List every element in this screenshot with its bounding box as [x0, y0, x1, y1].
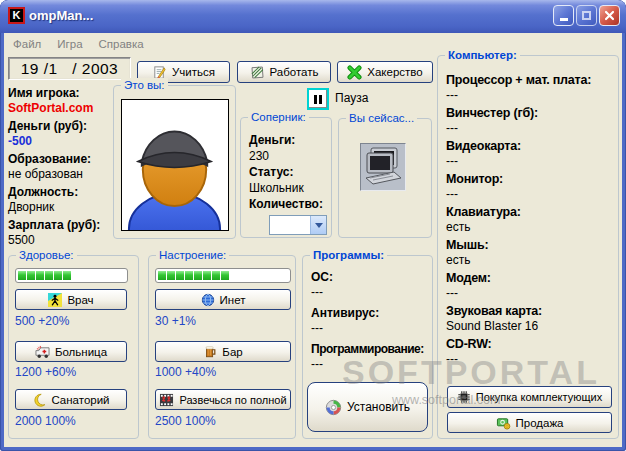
opponent-box-title: Соперник: — [248, 110, 309, 124]
work-label: Работать — [270, 66, 319, 78]
pause-icon — [314, 95, 317, 104]
cdrw-value: --- — [446, 352, 614, 366]
work-button[interactable]: Работать — [237, 61, 331, 83]
you-box: Это вы: — [113, 85, 236, 239]
player-job-label: Должность: — [8, 185, 116, 200]
programs-title: Программы: — [310, 248, 387, 262]
os-value: --- — [311, 285, 432, 300]
doctor-icon — [48, 293, 62, 307]
health-progress-bar — [15, 268, 128, 283]
cd-icon — [325, 399, 342, 416]
player-education-label: Образование: — [8, 152, 116, 167]
doctor-button[interactable]: Врач — [15, 289, 127, 310]
chevron-down-icon — [315, 223, 323, 228]
pause-button[interactable] — [307, 88, 329, 110]
maximize-button[interactable] — [576, 5, 597, 26]
programming-label: Программирование: — [311, 342, 432, 357]
menu-game[interactable]: Игра — [57, 38, 82, 50]
maximize-icon — [582, 11, 591, 20]
hospital-icon — [35, 345, 50, 359]
internet-button[interactable]: Инет — [155, 289, 291, 310]
hdd-value: --- — [446, 121, 614, 135]
gpu-value: --- — [446, 154, 614, 168]
programming-value: --- — [311, 357, 432, 372]
bar-label: Бар — [222, 346, 242, 358]
now-box-title: Вы сейсас... — [346, 111, 417, 125]
buy-parts-label: Покупка комплектующих — [476, 391, 602, 403]
player-salary-label: Зарплата (руб): — [8, 218, 116, 233]
player-job-value: Дворник — [8, 200, 116, 215]
moon-icon — [32, 393, 46, 407]
mouse-value: есть — [446, 253, 614, 267]
party-button[interactable]: Развечься по полной — [155, 389, 291, 410]
player-salary-value: 5500 — [8, 233, 116, 248]
date-panel: 19 /1 / 2003 — [8, 57, 131, 80]
close-button[interactable] — [599, 5, 620, 26]
buy-parts-button[interactable]: Покупка комплектующих — [447, 386, 612, 408]
title-bar[interactable]: K ompMan... — [0, 0, 626, 33]
minimize-icon — [560, 18, 568, 21]
money-icon — [496, 416, 511, 430]
player-info-panel: Имя игрока: SoftPortal.com Деньги (руб):… — [8, 86, 116, 251]
hacking-button[interactable]: Хакерство — [337, 61, 433, 83]
close-icon — [604, 10, 615, 21]
opponent-count-select[interactable] — [269, 215, 327, 235]
client-area: Файл Игра Справка 19 /1 / 2003 Учиться Р… — [4, 33, 622, 447]
keyboard-value: есть — [446, 220, 614, 234]
antivirus-label: Антивирус: — [311, 306, 432, 321]
mood-progress-bar — [155, 268, 291, 283]
sell-button[interactable]: Продажа — [447, 412, 612, 433]
modem-value: --- — [446, 286, 614, 300]
computer-icon — [361, 144, 405, 190]
install-label: Установить — [347, 400, 410, 414]
opponent-status-label: Статус: — [249, 164, 331, 180]
bar-button[interactable]: Бар — [155, 341, 291, 362]
date-text: 19 /1 / 2003 — [21, 60, 119, 78]
player-name-label: Имя игрока: — [8, 86, 116, 101]
gpu-label: Видеокарта: — [446, 138, 614, 154]
soundcard-label: Звуковая карта: — [446, 303, 614, 319]
sanatorium-cost: 2000 100% — [15, 414, 76, 428]
doctor-cost: 500 +20% — [15, 314, 69, 328]
work-icon — [250, 65, 265, 80]
window-controls — [553, 5, 620, 26]
health-box: Здоровье: Врач 500 +20% Бо — [8, 255, 139, 439]
menu-bar: Файл Игра Справка — [4, 33, 622, 55]
combo-dropdown-button[interactable] — [310, 216, 326, 234]
soundcard-value: Sound Blaster 16 — [446, 319, 614, 333]
os-label: ОС: — [311, 270, 432, 285]
player-money-value: -500 — [8, 134, 116, 149]
bar-cost: 1000 +40% — [155, 365, 216, 379]
window-title: ompMan... — [29, 8, 553, 23]
minimize-button[interactable] — [553, 5, 574, 26]
monitor-value: --- — [446, 187, 614, 201]
sanatorium-label: Санаторий — [51, 394, 109, 406]
antivirus-value: --- — [311, 321, 432, 336]
study-label: Учиться — [172, 66, 215, 78]
hacking-icon — [347, 65, 362, 80]
menu-file[interactable]: Файл — [13, 38, 41, 50]
computer-spec-list: Процессор + мат. плата: --- Винчестер (г… — [446, 72, 614, 369]
sanatorium-button[interactable]: Санаторий — [15, 389, 127, 410]
keyboard-label: Клавиатура: — [446, 204, 614, 220]
hdd-label: Винчестер (гб): — [446, 105, 614, 121]
cpu-value: --- — [446, 88, 614, 102]
mood-box: Настроение: Инет 30 +1% Бар — [148, 255, 296, 439]
doctor-label: Врач — [67, 294, 93, 306]
hacking-label: Хакерство — [367, 66, 422, 78]
mouse-label: Мышь: — [446, 237, 614, 253]
sell-label: Продажа — [516, 417, 564, 429]
install-button[interactable]: Установить — [307, 382, 428, 432]
hospital-button[interactable]: Больница — [15, 341, 127, 362]
pause-label: Пауза — [335, 91, 368, 105]
current-activity-image — [360, 143, 406, 191]
opponent-count-label: Количество: — [249, 196, 331, 212]
party-label: Развечься по полной — [179, 394, 286, 406]
menu-help[interactable]: Справка — [99, 38, 144, 50]
computer-title: Компьютер: — [445, 48, 520, 62]
cdrw-label: CD-RW: — [446, 336, 614, 352]
now-box: Вы сейсас... — [338, 118, 432, 238]
opponent-box: Соперник: Деньги: 230 Статус: Школьник К… — [240, 117, 332, 238]
app-icon: K — [8, 7, 25, 24]
beer-icon — [203, 344, 217, 359]
